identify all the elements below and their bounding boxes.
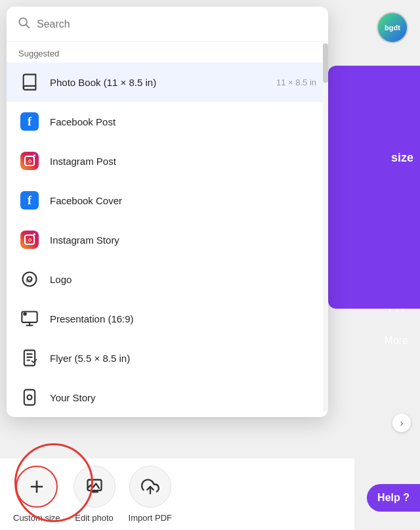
- scrollbar-thumb[interactable]: [323, 43, 328, 83]
- import-pdf-circle[interactable]: [129, 466, 171, 508]
- menu-item-label-facebook-cover: Facebook Cover: [50, 195, 316, 206]
- svg-text:co: co: [26, 278, 32, 284]
- svg-point-8: [24, 313, 26, 315]
- chevron-right-button[interactable]: ›: [392, 414, 411, 432]
- menu-item-label-logo: Logo: [50, 274, 316, 285]
- svg-rect-13: [24, 389, 35, 405]
- custom-size-circle[interactable]: [16, 466, 58, 508]
- avatar[interactable]: bgdt: [377, 12, 408, 43]
- facebook-icon: f: [18, 189, 41, 211]
- menu-item-facebook-cover[interactable]: fFacebook Cover: [7, 181, 328, 220]
- menu-item-presentation[interactable]: Presentation (16:9): [7, 299, 328, 338]
- flyer-icon: [18, 347, 41, 369]
- dropdown-panel: Suggested Photo Book (11 × 8.5 in)11 × 8…: [7, 7, 328, 417]
- menu-item-label-presentation: Presentation (16:9): [50, 313, 316, 324]
- menu-item-instagram-post[interactable]: Instagram Post: [7, 141, 328, 181]
- search-icon: [17, 16, 30, 32]
- menu-item-label-flyer: Flyer (5.5 × 8.5 in): [50, 353, 316, 364]
- scrollbar-track[interactable]: [323, 43, 328, 411]
- menu-item-label-instagram-story: Instagram Story: [50, 234, 316, 246]
- menu-item-label-facebook-post: Facebook Post: [50, 116, 316, 127]
- svg-line-1: [26, 25, 30, 28]
- import-pdf-label: Import PDF: [129, 513, 172, 523]
- menu-item-label-photo-book: Photo Book (11 × 8.5 in): [50, 77, 262, 88]
- import-pdf-button[interactable]: Import PDF: [129, 466, 172, 523]
- svg-rect-9: [24, 350, 35, 365]
- menu-item-label-your-story: Your Story: [50, 392, 316, 403]
- size-label: size: [391, 151, 413, 165]
- instagram-icon: [18, 150, 41, 172]
- search-bar: [7, 7, 328, 42]
- logo-icon: co: [18, 268, 41, 290]
- search-input[interactable]: [37, 18, 318, 30]
- custom-size-label: Custom size: [13, 513, 60, 523]
- menu-item-instagram-story[interactable]: Instagram Story: [7, 220, 328, 259]
- menu-item-subtitle-photo-book: 11 × 8.5 in: [276, 77, 316, 87]
- instagram-icon: [18, 229, 41, 251]
- menu-item-logo[interactable]: co Logo: [7, 259, 328, 299]
- help-button[interactable]: Help ?: [367, 484, 420, 512]
- purple-sidebar: size ··· More: [328, 66, 420, 309]
- menu-item-facebook-post[interactable]: fFacebook Post: [7, 102, 328, 141]
- more-label: More: [385, 335, 408, 347]
- bottom-toolbar: Custom size Edit photo Import PDF: [0, 458, 354, 530]
- custom-size-button[interactable]: Custom size: [13, 466, 60, 523]
- menu-item-label-instagram-post: Instagram Post: [50, 156, 316, 167]
- menu-list: Photo Book (11 × 8.5 in)11 × 8.5 infFace…: [7, 62, 328, 417]
- dots-indicator: ···: [388, 299, 407, 320]
- menu-item-flyer[interactable]: Flyer (5.5 × 8.5 in): [7, 338, 328, 378]
- svg-point-14: [28, 395, 32, 400]
- menu-item-your-story[interactable]: Your Story: [7, 378, 328, 417]
- edit-photo-label: Edit photo: [75, 513, 114, 523]
- facebook-icon: f: [18, 110, 41, 133]
- your-story-icon: [18, 386, 41, 409]
- edit-photo-circle[interactable]: [74, 466, 116, 508]
- menu-item-photo-book[interactable]: Photo Book (11 × 8.5 in)11 × 8.5 in: [7, 62, 328, 102]
- presentation-icon: [18, 307, 41, 330]
- edit-photo-button[interactable]: Edit photo: [74, 466, 116, 523]
- section-label: Suggested: [7, 42, 328, 62]
- photo-book-icon: [18, 71, 41, 93]
